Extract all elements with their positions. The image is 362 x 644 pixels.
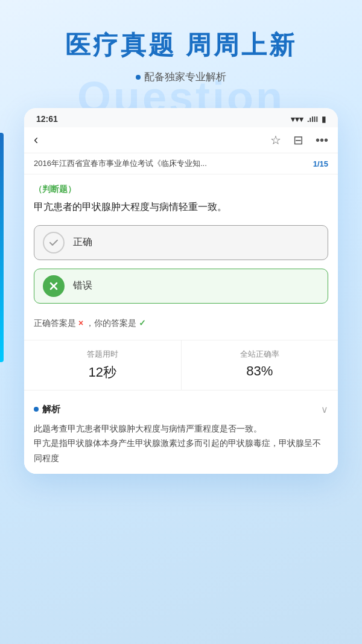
- hero-subtitle: 配备独家专业解析: [18, 70, 344, 84]
- option-wrong-label: 错误: [73, 279, 92, 292]
- battery-icon: ▮: [322, 115, 326, 124]
- stats-row: 答题用时 12秒 全站正确率 83%: [24, 340, 338, 391]
- status-time: 12:61: [36, 114, 58, 124]
- stat-accuracy-value: 83%: [188, 363, 332, 379]
- analysis-dot: [34, 407, 39, 412]
- question-text: 甲亢患者的甲状腺肿大程度与病情轻重一致。: [34, 199, 328, 215]
- stat-time: 答题用时 12秒: [24, 340, 182, 390]
- option-wrong-circle: [43, 275, 65, 297]
- page-count: 1/15: [313, 159, 328, 168]
- correct-answer-mark: ×: [78, 318, 83, 328]
- nav-icons: ☆ ⊟ •••: [270, 133, 328, 147]
- back-button[interactable]: ‹: [34, 132, 38, 148]
- stat-time-value: 12秒: [30, 363, 175, 381]
- option-correct[interactable]: 正确: [34, 225, 328, 260]
- analysis-text: 此题考查甲亢患者甲状腺肿大程度与病情严重程度是否一致。甲亢是指甲状腺体本身产生甲…: [34, 421, 328, 466]
- analysis-section: 解析 ∨ 此题考查甲亢患者甲状腺肿大程度与病情严重程度是否一致。甲亢是指甲状腺体…: [24, 395, 338, 474]
- analysis-header[interactable]: 解析 ∨: [34, 404, 328, 415]
- status-bar: 12:61 ▾▾▾ .ılll ▮: [24, 108, 338, 127]
- analysis-title: 解析: [42, 404, 60, 415]
- signal-icon: .ılll: [307, 115, 318, 124]
- nav-bar: ‹ ☆ ⊟ •••: [24, 127, 338, 153]
- option-wrong[interactable]: 错误: [34, 269, 328, 304]
- question-type: （判断题）: [34, 184, 328, 195]
- star-button[interactable]: ☆: [270, 133, 281, 147]
- stat-accuracy: 全站正确率 83%: [182, 340, 338, 390]
- answer-result: 正确答案是 × ，你的答案是 ✓: [24, 312, 338, 335]
- chevron-down-icon[interactable]: ∨: [321, 404, 328, 415]
- breadcrumb-title: 2016年江西省宜春市事业单位考试《临床专业知...: [34, 158, 308, 169]
- x-icon: [48, 281, 59, 292]
- bullet-dot: [136, 75, 141, 80]
- more-button[interactable]: •••: [316, 133, 328, 147]
- user-answer-mark: ✓: [139, 318, 146, 328]
- option-correct-circle: [43, 232, 65, 253]
- stat-accuracy-label: 全站正确率: [188, 349, 332, 360]
- wifi-icon: ▾▾▾: [291, 115, 303, 124]
- option-correct-label: 正确: [73, 236, 92, 249]
- phone-card: 12:61 ▾▾▾ .ılll ▮ ‹ ☆ ⊟ ••• 2016年江西省宜春市事…: [24, 108, 338, 474]
- analysis-title-wrap: 解析: [34, 404, 60, 415]
- subtitle-text: 配备独家专业解析: [144, 70, 226, 84]
- hero-title: 医疗真题 周周上新: [18, 30, 344, 60]
- decorative-left-bar: [0, 133, 4, 362]
- breadcrumb-bar: 2016年江西省宜春市事业单位考试《临床专业知... 1/15: [24, 153, 338, 174]
- status-icons: ▾▾▾ .ılll ▮: [291, 115, 326, 124]
- check-outline-icon: [48, 237, 59, 248]
- stat-time-label: 答题用时: [30, 349, 175, 360]
- list-button[interactable]: ⊟: [293, 133, 303, 147]
- hero-section: 医疗真题 周周上新 配备独家专业解析: [0, 0, 362, 96]
- question-area: （判断题） 甲亢患者的甲状腺肿大程度与病情轻重一致。 正确 错误: [24, 174, 338, 303]
